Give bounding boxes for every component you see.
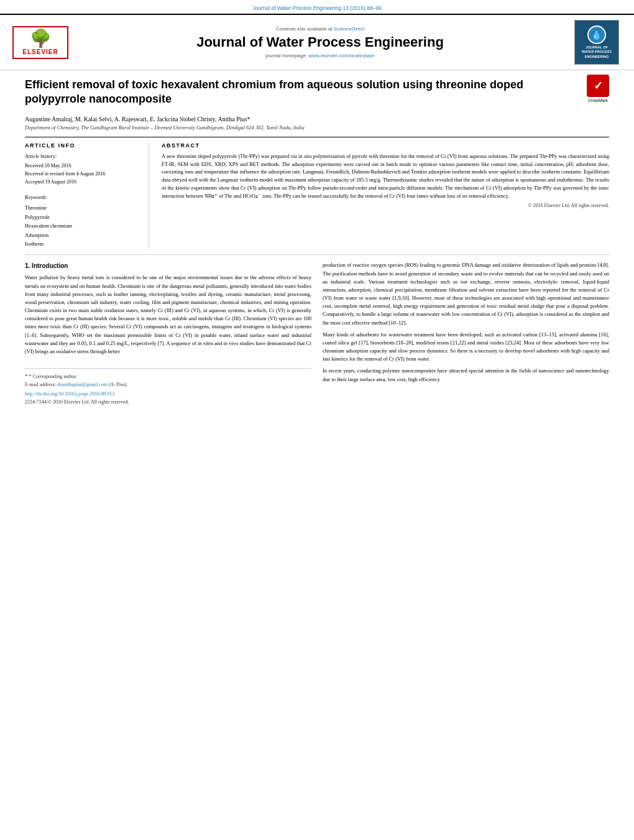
history-title: Article history:: [25, 152, 139, 161]
authors-text: Augustine Amalraj, M. Kalai Selvi, A. Ra…: [25, 116, 247, 122]
footer-section: * * Corresponding author. E-mail address…: [25, 368, 311, 406]
keyword-3: Hexavalent chromium: [25, 221, 139, 230]
two-col-header: ARTICLE INFO Article history: Received 1…: [25, 137, 609, 249]
email-address: dranithapius@gmail.com: [57, 382, 108, 387]
homepage-line: journal homepage: www.elsevier.com/locat…: [75, 53, 566, 58]
col1-text: Water pollution by heavy metal ions is c…: [25, 274, 311, 354]
abstract-text: A new threonine doped polypyrrole (Thr-P…: [162, 152, 609, 200]
article-authors: Augustine Amalraj, M. Kalai Selvi, A. Ra…: [25, 116, 609, 122]
article-content: Efficient removal of toxic hexavalent ch…: [0, 70, 634, 418]
top-journal-link: Journal of Water Process Engineering 13 …: [0, 0, 634, 14]
keyword-1: Threonine: [25, 203, 139, 212]
keyword-4: Adsorption: [25, 231, 139, 239]
body-content: 1. Introduction Water pollution by heavy…: [25, 261, 609, 405]
abstract-col: ABSTRACT A new threonine doped polypyrro…: [162, 142, 609, 249]
crossmark-symbol: ✓: [594, 79, 603, 93]
elsevier-text: ELSEVIER: [22, 48, 58, 55]
sciencedirect-label: Contents lists available at: [276, 26, 333, 32]
footnote-star: *: [25, 373, 29, 379]
crossmark-badge: ✓ CrossMark: [587, 75, 609, 103]
keyword-2: Polypyrrole: [25, 213, 139, 221]
body-col2-para3: In recent years, conducting polymer nano…: [323, 367, 609, 383]
copyright-line: © 2016 Elsevier Ltd. All rights reserved…: [162, 203, 609, 208]
article-info-header: ARTICLE INFO: [25, 142, 139, 149]
col2-text-2: Many kinds of adsorbents for wastewater …: [323, 331, 609, 362]
col2-text-1: production of reactive oxygen species (R…: [323, 262, 609, 325]
doi-text: http://dx.doi.org/10.1016/j.jwpe.2016.08…: [25, 391, 114, 397]
homepage-url[interactable]: www.elsevier.com/locate/jwpe: [308, 53, 374, 58]
wpe-logo-text: JOURNAL OFWATER PROCESSENGINEERING: [582, 45, 612, 58]
header-center: Contents lists available at ScienceDirec…: [75, 26, 566, 58]
email-label: E-mail address:: [25, 382, 56, 387]
doi-line: http://dx.doi.org/10.1016/j.jwpe.2016.08…: [25, 390, 311, 398]
section-divider: [25, 254, 609, 255]
journal-reference: Journal of Water Process Engineering 13 …: [252, 5, 382, 11]
keyword-5: Isotherm: [25, 239, 139, 248]
author-asterisk: *: [247, 116, 250, 122]
elsevier-logo: 🌳 ELSEVIER: [12, 26, 68, 59]
received-date: Received 18 May 2016: [25, 162, 139, 170]
keywords-list: Keywords: Threonine Polypyrrole Hexavale…: [25, 193, 139, 249]
body-col2-para1: production of reactive oxygen species (R…: [323, 261, 609, 326]
wpe-logo-inner: 💧 JOURNAL OFWATER PROCESSENGINEERING: [582, 25, 612, 58]
email-person: (A. Pius).: [109, 382, 128, 387]
accepted-date: Accepted 19 August 2016: [25, 178, 139, 187]
section1-title: 1. Introduction: [25, 261, 311, 270]
crossmark-box: ✓: [587, 75, 609, 97]
elsevier-tree-icon: 🌳: [30, 30, 52, 47]
elsevier-logo-box: 🌳 ELSEVIER: [12, 26, 68, 59]
homepage-label: journal homepage:: [266, 53, 307, 58]
body-col-left: 1. Introduction Water pollution by heavy…: [25, 261, 311, 405]
footnote-note: * Corresponding author.: [29, 374, 78, 379]
journal-title-main: Journal of Water Process Engineering: [75, 34, 566, 50]
revised-date: Received in revised form 4 August 2016: [25, 170, 139, 178]
page: Journal of Water Process Engineering 13 …: [0, 0, 634, 840]
body-col-right: production of reactive oxygen species (R…: [323, 261, 609, 405]
col2-text-3: In recent years, conducting polymer nano…: [323, 367, 609, 382]
article-affiliation: Department of Chemistry, The Gandhigram …: [25, 124, 609, 131]
sciencedirect-line: Contents lists available at ScienceDirec…: [75, 26, 566, 32]
footnote-email: E-mail address: dranithapius@gmail.com (…: [25, 381, 311, 389]
title-area: Efficient removal of toxic hexavalent ch…: [25, 78, 609, 112]
crossmark-label: CrossMark: [587, 98, 609, 103]
article-history: Article history: Received 18 May 2016 Re…: [25, 152, 139, 187]
sciencedirect-link[interactable]: ScienceDirect: [334, 26, 364, 32]
keywords-title: Keywords:: [25, 193, 139, 201]
rights-line: 2214-7144/© 2016 Elsevier Ltd. All right…: [25, 399, 311, 406]
article-info-col: ARTICLE INFO Article history: Received 1…: [25, 142, 149, 249]
wpe-circle-icon: 💧: [591, 30, 602, 40]
journal-logo-box: 💧 JOURNAL OFWATER PROCESSENGINEERING: [572, 20, 622, 65]
footnote-asterisk: * * Corresponding author.: [25, 372, 311, 381]
abstract-header: ABSTRACT: [162, 142, 609, 149]
journal-header: 🌳 ELSEVIER Contents lists available at S…: [0, 14, 634, 70]
article-title: Efficient removal of toxic hexavalent ch…: [25, 78, 581, 107]
wpe-circle: 💧: [587, 25, 606, 44]
wpe-logo: 💧 JOURNAL OFWATER PROCESSENGINEERING: [574, 20, 619, 65]
body-col1-para1: Water pollution by heavy metal ions is c…: [25, 274, 311, 356]
body-col2-para2: Many kinds of adsorbents for wastewater …: [323, 331, 609, 364]
